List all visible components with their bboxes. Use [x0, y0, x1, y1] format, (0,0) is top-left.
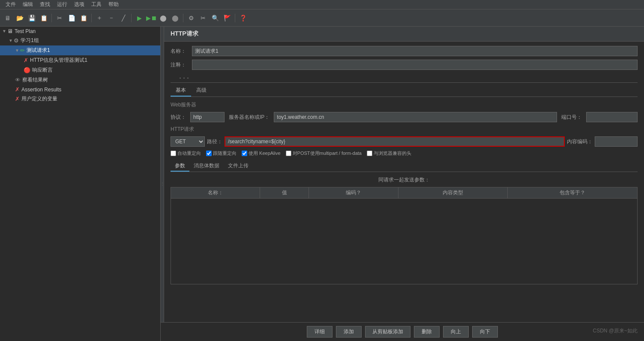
toolbar-copy[interactable]: 📄 [66, 12, 77, 24]
browser-compat-checkbox[interactable] [367, 151, 372, 156]
checkbox-use-multipart[interactable]: 对POST使用multipart / form-data [286, 150, 362, 157]
comment-input[interactable] [192, 60, 638, 70]
tree-item-view-results[interactable]: 👁 察看结果树 [0, 75, 160, 85]
toolbar-run[interactable]: ▶ [134, 12, 145, 24]
menu-tools[interactable]: 工具 [88, 0, 105, 9]
arrow-test-plan[interactable]: ▼ [2, 29, 6, 33]
toolbar-line[interactable]: ╱ [118, 12, 129, 24]
menubar: 文件 编辑 查找 运行 选项 工具 帮助 [0, 0, 644, 9]
menu-find[interactable]: 查找 [36, 0, 54, 9]
sub-tabs: 参数 消息体数据 文件上传 [171, 161, 638, 172]
arrow-test-request1[interactable]: ▼ [15, 48, 19, 53]
follow-redirect-checkbox[interactable] [206, 151, 212, 156]
right-panel: HTTP请求 名称： 注释： ··· 基本 [164, 27, 644, 341]
arrow-study-group[interactable]: ▼ [9, 38, 13, 43]
tree-item-test-plan[interactable]: ▼ 🖥 Test Plan [0, 27, 160, 36]
protocol-label: 协议： [171, 114, 186, 121]
toolbar-cut[interactable]: ✂ [54, 12, 65, 24]
table-row-empty [171, 199, 638, 284]
params-table: 名称： 值 编码？ 内容类型 包含等于？ [171, 187, 638, 284]
tab-advanced[interactable]: 高级 [191, 85, 212, 97]
name-input[interactable] [192, 46, 638, 56]
menu-run[interactable]: 运行 [54, 0, 71, 9]
add-button[interactable]: 添加 [336, 326, 362, 338]
sub-tab-params[interactable]: 参数 [171, 161, 189, 172]
up-button[interactable]: 向上 [443, 326, 469, 338]
menu-help[interactable]: 帮助 [105, 0, 122, 9]
checkbox-browser-compat[interactable]: 与浏览器兼容的头 [367, 150, 411, 157]
delete-button[interactable]: 删除 [414, 326, 440, 338]
server-input[interactable] [274, 112, 557, 122]
form-body: 名称： 注释： ··· 基本 高级 Web服务器 [164, 42, 644, 289]
tree-item-response-assertion[interactable]: 🔴 响应断言 [0, 65, 160, 75]
study-group-label: 学习1组 [21, 37, 39, 44]
tree-item-user-vars[interactable]: ✗ 用户定义的变量 [0, 94, 160, 104]
method-select[interactable]: GET POST PUT DELETE [171, 136, 205, 147]
menu-options[interactable]: 选项 [71, 0, 88, 9]
toolbar-open[interactable]: 📂 [14, 12, 25, 24]
path-input[interactable] [225, 136, 565, 147]
user-vars-icon: ✗ [15, 96, 20, 102]
toolbar-settings[interactable]: ⚙ [186, 12, 197, 24]
content-enc-input[interactable] [595, 136, 638, 147]
col-value: 值 [260, 187, 309, 199]
watermark: CSDN @原来~如此 [593, 327, 638, 335]
toolbar-search[interactable]: 🔍 [210, 12, 221, 24]
form-title: HTTP请求 [171, 30, 198, 37]
detail-button[interactable]: 详细 [307, 326, 332, 338]
toolbar-paste[interactable]: 📋 [78, 12, 89, 24]
port-label: 端口号： [561, 114, 582, 121]
checkbox-auto-redirect[interactable]: 自动重定向 [171, 150, 201, 157]
test-request1-icon: ✏ [20, 47, 25, 54]
test-plan-label: Test Plan [15, 28, 36, 34]
checkbox-follow-redirect[interactable]: 跟随重定向 [206, 150, 237, 157]
name-row: 名称： [171, 46, 638, 56]
http-header-label: HTTP信息头管理器测试1 [30, 57, 87, 64]
http-request-row: GET POST PUT DELETE 路径： 内容编码： [171, 136, 638, 147]
auto-redirect-checkbox[interactable] [171, 151, 176, 156]
toolbar-add[interactable]: ＋ [94, 12, 105, 24]
toolbar-sep4 [183, 14, 183, 22]
use-keepalive-checkbox[interactable] [242, 151, 247, 156]
use-multipart-label: 对POST使用multipart / form-data [293, 150, 362, 157]
toolbar-new[interactable]: 🖥 [2, 12, 13, 24]
params-title: 同请求一起发送参数： [171, 176, 638, 184]
toolbar-flag[interactable]: 🚩 [222, 12, 233, 24]
http-header-icon: ✗ [24, 57, 28, 63]
port-input[interactable] [586, 112, 638, 122]
divider-dots: ··· [179, 73, 191, 82]
name-label: 名称： [171, 48, 192, 55]
use-multipart-checkbox[interactable] [286, 151, 291, 156]
view-results-icon: 👁 [15, 77, 21, 83]
toolbar-circle[interactable]: ⬤ [158, 12, 169, 24]
assertion-results-label: Assertion Results [21, 87, 61, 93]
tree-item-study-group[interactable]: ▼ ⚙ 学习1组 [0, 36, 160, 45]
toolbar-saveas[interactable]: 📋 [38, 12, 49, 24]
tree-item-http-header[interactable]: ✗ HTTP信息头管理器测试1 [0, 55, 160, 65]
drag-handle[interactable]: ⋮ [161, 27, 164, 341]
response-assertion-label: 响应断言 [32, 66, 53, 74]
tab-basic[interactable]: 基本 [171, 85, 191, 97]
checkbox-use-keepalive[interactable]: 使用 KeepAlive [242, 150, 281, 157]
user-vars-label: 用户定义的变量 [21, 95, 57, 103]
col-name: 名称： [171, 187, 260, 199]
tree-item-test-request1[interactable]: ▼ ✏ 测试请求1 [0, 45, 160, 55]
toolbar-run-stop[interactable]: ▶⏹ [146, 12, 157, 24]
toolbar-minus[interactable]: － [106, 12, 117, 24]
menu-file[interactable]: 文件 [2, 0, 19, 9]
sub-tab-file-upload[interactable]: 文件上传 [224, 161, 253, 172]
toolbar-save[interactable]: 💾 [26, 12, 37, 24]
browser-compat-label: 与浏览器兼容的头 [374, 150, 411, 157]
toolbar-help[interactable]: ❓ [237, 12, 249, 24]
down-button[interactable]: 向下 [472, 326, 498, 338]
comment-row: 注释： [171, 60, 638, 70]
menu-edit[interactable]: 编辑 [19, 0, 36, 9]
paste-from-clipboard-button[interactable]: 从剪贴板添加 [365, 326, 410, 338]
tree-item-assertion-results[interactable]: ✗ Assertion Results [0, 85, 160, 94]
sub-tab-body-data[interactable]: 消息体数据 [189, 161, 224, 172]
toolbar-circle2[interactable]: ⬤ [170, 12, 181, 24]
protocol-input[interactable] [190, 112, 225, 122]
study-group-icon: ⚙ [14, 37, 19, 44]
toolbar-scissors[interactable]: ✂ [198, 12, 209, 24]
toolbar: 🖥 📂 💾 📋 ✂ 📄 📋 ＋ － ╱ ▶ ▶⏹ ⬤ ⬤ ⚙ ✂ 🔍 🚩 ❓ [0, 9, 644, 27]
